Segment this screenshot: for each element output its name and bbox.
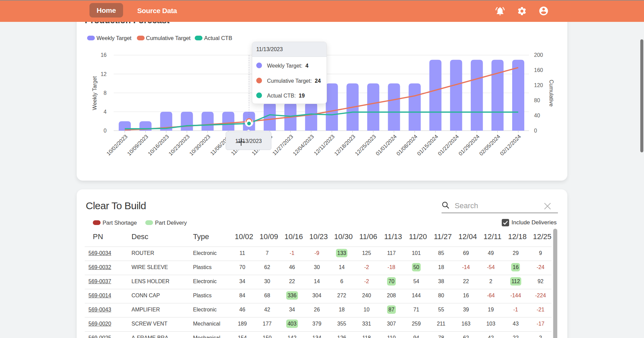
svg-text:200: 200 <box>534 52 543 58</box>
svg-text:160: 160 <box>534 67 543 73</box>
svg-text:01/15/2024: 01/15/2024 <box>416 134 439 157</box>
svg-text:Weekly Target: Weekly Target <box>92 76 98 110</box>
svg-text:40: 40 <box>534 113 540 118</box>
svg-text:80: 80 <box>534 98 540 103</box>
svg-text:Cumulative: Cumulative <box>548 80 554 107</box>
svg-text:01/08/2024: 01/08/2024 <box>395 134 419 157</box>
svg-text:4: 4 <box>104 109 107 115</box>
svg-text:10/23/2023: 10/23/2023 <box>167 134 191 157</box>
svg-text:01/01/2024: 01/01/2024 <box>375 134 398 157</box>
svg-text:10/09/2023: 10/09/2023 <box>126 134 149 157</box>
svg-text:11/27/2023: 11/27/2023 <box>271 134 294 156</box>
svg-text:16: 16 <box>101 52 107 58</box>
svg-text:01/22/2024: 01/22/2024 <box>437 134 460 157</box>
svg-text:12/18/2023: 12/18/2023 <box>333 134 356 157</box>
svg-text:12/11/2023: 12/11/2023 <box>313 134 336 156</box>
svg-text:12/25/2023: 12/25/2023 <box>354 134 377 157</box>
svg-text:10/02/2023: 10/02/2023 <box>105 134 128 157</box>
svg-text:01/29/2024: 01/29/2024 <box>457 134 481 157</box>
svg-text:8: 8 <box>104 90 107 96</box>
svg-text:0: 0 <box>104 128 107 134</box>
svg-text:02/12/2024: 02/12/2024 <box>499 134 522 157</box>
svg-text:12: 12 <box>101 71 107 77</box>
svg-text:11/13/2023: 11/13/2023 <box>235 138 262 144</box>
svg-text:02/05/2024: 02/05/2024 <box>478 134 501 157</box>
svg-text:12/04/2023: 12/04/2023 <box>292 134 315 157</box>
svg-text:120: 120 <box>534 82 543 88</box>
svg-text:10/30/2023: 10/30/2023 <box>188 134 212 157</box>
svg-text:10/16/2023: 10/16/2023 <box>147 134 170 157</box>
svg-text:0: 0 <box>534 128 537 134</box>
